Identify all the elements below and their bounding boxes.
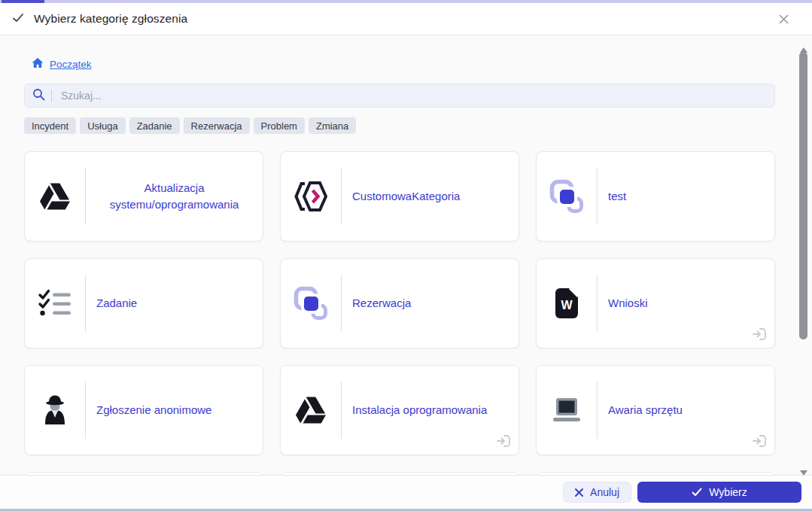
- category-card-zgloszenie-anonimowe[interactable]: Zgłoszenie anonimowe: [24, 365, 263, 455]
- category-card-wnioski[interactable]: W Wnioski: [536, 258, 775, 348]
- confirm-button-label: Wybierz: [709, 486, 747, 498]
- laptop-icon: [537, 397, 597, 424]
- search-input[interactable]: [59, 89, 767, 102]
- scrollbar: [798, 35, 809, 475]
- category-card-zadanie[interactable]: Zadanie: [24, 258, 263, 348]
- category-card-aktualizacja-systemu[interactable]: Aktualizacja systemu/oprogramowania: [24, 151, 263, 242]
- scrollbar-thumb[interactable]: [799, 52, 807, 339]
- filter-chip-incydent[interactable]: Incydent: [24, 117, 76, 134]
- category-card-rezerwacja[interactable]: Rezerwacja: [280, 258, 519, 348]
- overlapping-squares-icon: [281, 286, 341, 321]
- category-label: Aktualizacja systemu/oprogramowania: [96, 180, 252, 213]
- enter-icon: [752, 433, 767, 449]
- screen: Wybierz kategorię zgłoszenia Początek: [0, 0, 812, 511]
- scrollbar-up-arrow-icon[interactable]: [800, 42, 807, 47]
- category-card-instalacja-oprogramowania[interactable]: Instalacja oprogramowania: [280, 365, 519, 455]
- checklist-icon: [25, 289, 85, 318]
- category-grid: Aktualizacja systemu/oprogramowania: [24, 151, 775, 475]
- filter-chip-zmiana[interactable]: Zmiana: [309, 117, 356, 134]
- google-drive-icon: [281, 395, 341, 425]
- word-document-icon: W: [537, 287, 597, 319]
- background-page-top-bar: [0, 0, 812, 3]
- modal-footer: Anuluj Wybierz: [0, 475, 812, 509]
- close-icon[interactable]: [774, 10, 792, 28]
- cancel-button[interactable]: Anuluj: [563, 482, 631, 503]
- category-label: test: [608, 188, 626, 205]
- check-icon: [692, 488, 702, 497]
- category-card-partial[interactable]: [536, 472, 775, 475]
- google-drive-icon: [25, 181, 85, 211]
- breadcrumb-home-link[interactable]: Początek: [50, 59, 92, 70]
- x-icon: [575, 488, 583, 497]
- category-label: Awaria sprzętu: [608, 402, 683, 418]
- svg-text:W: W: [561, 299, 573, 312]
- modal-title: Wybierz kategorię zgłoszenia: [34, 12, 187, 26]
- code-hexagon-icon: [281, 180, 341, 213]
- search-box[interactable]: [24, 84, 775, 108]
- scrollbar-down-arrow-icon[interactable]: [800, 465, 807, 470]
- category-card-customowakategoria[interactable]: CustomowaKategoria: [280, 151, 519, 242]
- filter-chip-problem[interactable]: Problem: [254, 117, 305, 134]
- filter-chips: Incydent Usługa Zadanie Rezerwacja Probl…: [24, 117, 775, 134]
- cancel-button-label: Anuluj: [590, 486, 619, 498]
- search-divider: [51, 90, 52, 102]
- category-picker-modal: Wybierz kategorię zgłoszenia Początek: [0, 3, 812, 509]
- overlapping-squares-icon: [537, 179, 597, 214]
- category-label: Zgłoszenie anonimowe: [96, 402, 211, 418]
- category-card-test[interactable]: test: [536, 151, 775, 242]
- category-label: Rezerwacja: [352, 295, 411, 312]
- category-label: Zadanie: [96, 295, 137, 312]
- category-card-awaria-sprzetu[interactable]: Awaria sprzętu: [536, 365, 775, 455]
- filter-chip-usluga[interactable]: Usługa: [80, 117, 125, 134]
- spy-icon: [25, 394, 85, 426]
- category-label: Wnioski: [608, 295, 648, 312]
- filter-chip-rezerwacja[interactable]: Rezerwacja: [184, 117, 250, 134]
- enter-icon: [496, 433, 511, 449]
- home-icon: [32, 57, 44, 71]
- category-label: Instalacja oprogramowania: [352, 402, 487, 418]
- search-icon: [32, 88, 45, 104]
- category-card-partial[interactable]: [24, 472, 263, 475]
- modal-body: Początek Incydent Usługa Zadanie Rezerwa…: [0, 35, 812, 475]
- breadcrumb: Początek: [24, 56, 775, 71]
- background-active-tab-segment: [2, 0, 44, 3]
- confirm-button[interactable]: Wybierz: [637, 482, 801, 503]
- category-card-partial[interactable]: [280, 472, 519, 475]
- enter-icon: [752, 327, 767, 342]
- category-label: CustomowaKategoria: [352, 188, 460, 205]
- filter-chip-zadanie[interactable]: Zadanie: [129, 117, 180, 134]
- modal-header: Wybierz kategorię zgłoszenia: [0, 3, 812, 35]
- check-icon: [12, 12, 24, 26]
